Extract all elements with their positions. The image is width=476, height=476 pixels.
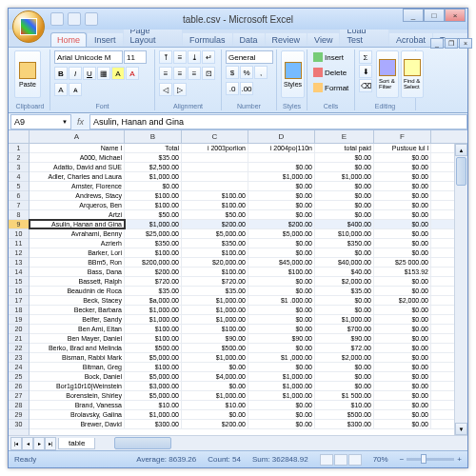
cell[interactable]: $5,000.00 — [125, 372, 182, 381]
cell[interactable]: Arqueros, Ben — [30, 201, 125, 209]
row-header[interactable]: 13 — [9, 258, 29, 268]
cell[interactable]: $0.00 — [248, 191, 315, 200]
row-header[interactable]: 21 — [9, 334, 29, 344]
cell[interactable]: $0.00 — [374, 210, 431, 219]
cell[interactable] — [182, 182, 248, 190]
cell[interactable]: $20,000.00 — [182, 258, 248, 267]
row-header[interactable]: 9 — [9, 220, 29, 229]
cell[interactable]: $100.00 — [125, 334, 182, 343]
cell[interactable]: $45,000.00 — [248, 258, 315, 267]
cell[interactable]: Brolavsky, Galina — [30, 410, 125, 419]
zoom-level[interactable]: 70% — [373, 455, 388, 464]
cell[interactable]: $2,000.00 — [315, 277, 374, 286]
cell[interactable]: $0.00 — [315, 210, 374, 219]
clear-button[interactable]: ⌫ — [359, 79, 372, 92]
cell[interactable]: $2,000.00 — [374, 296, 431, 305]
cell[interactable]: Avrahami, Benny — [30, 229, 125, 238]
cell[interactable]: $0.00 — [374, 239, 431, 248]
row-header[interactable]: 28 — [9, 401, 29, 410]
cell[interactable]: $0.00 — [315, 153, 374, 162]
cell[interactable]: Berko, Brad and Melinda — [30, 344, 125, 352]
row-header[interactable]: 15 — [9, 277, 29, 287]
cell[interactable]: $90.00 — [182, 334, 248, 343]
cell[interactable]: $1,000.00 — [182, 353, 248, 362]
cell[interactable]: $300.00 — [125, 420, 182, 428]
cell[interactable]: $1,000.00 — [315, 315, 374, 324]
row-header[interactable]: 23 — [9, 353, 29, 363]
cell[interactable]: $0.00 — [248, 401, 315, 409]
cell[interactable]: $90.00 — [248, 334, 315, 343]
cell[interactable]: $0.00 — [248, 363, 315, 371]
cell[interactable]: $153.92 — [374, 268, 431, 276]
cell[interactable]: $25 000.00 — [374, 258, 431, 267]
cell[interactable]: Barker, Lori — [30, 248, 125, 257]
cell[interactable]: Bitman, Greg — [30, 363, 125, 371]
office-button[interactable] — [12, 10, 45, 43]
cell[interactable]: Brewer, David — [30, 420, 125, 428]
cell[interactable]: $0.00 — [248, 239, 315, 248]
last-sheet-button[interactable]: ▸| — [45, 437, 56, 450]
cells-area[interactable]: Name lTotali 2003porlioni 2004po|110ntot… — [30, 144, 454, 435]
cell[interactable]: $1,000.00 — [125, 306, 182, 314]
zoom-track[interactable] — [407, 458, 454, 461]
cell[interactable] — [182, 163, 248, 171]
cell[interactable]: $0.00 — [125, 182, 182, 190]
cell[interactable]: $0.00 — [315, 296, 374, 305]
header-cell[interactable]: Pustoue lul l — [374, 144, 431, 152]
cell[interactable]: $0.00 — [374, 315, 431, 324]
cell[interactable]: $0.00 — [374, 172, 431, 181]
cell[interactable]: $0.00 — [374, 287, 431, 295]
cell[interactable]: $4,000.00 — [182, 372, 248, 381]
cell[interactable]: $1,000.00 — [125, 220, 182, 228]
cell[interactable]: Andrews, Stacy — [30, 191, 125, 200]
cell[interactable]: $200,000.00 — [125, 258, 182, 267]
cell[interactable]: Bassett, Ralph — [30, 277, 125, 286]
cell[interactable]: $10.00 — [182, 401, 248, 409]
next-sheet-button[interactable]: ▸ — [33, 437, 45, 450]
cell[interactable]: $0.00 — [374, 372, 431, 381]
cell[interactable]: $2,500.00 — [125, 163, 182, 171]
cell[interactable]: $200.00 — [248, 220, 315, 228]
column-header[interactable]: A — [30, 130, 125, 143]
row-header[interactable]: 30 — [9, 420, 29, 429]
cell[interactable]: $0.00 — [315, 201, 374, 209]
decrease-decimal-button[interactable]: .00 — [240, 82, 253, 95]
cell[interactable]: $1,000.00 — [182, 306, 248, 314]
name-box[interactable]: A9▼ — [10, 114, 71, 129]
autosum-button[interactable]: Σ — [359, 50, 372, 64]
number-format-select[interactable]: General — [226, 50, 273, 64]
cell[interactable]: $5,000.00 — [125, 391, 182, 400]
cell[interactable]: $5,000.00 — [248, 229, 315, 238]
normal-view-button[interactable] — [320, 454, 333, 466]
cell[interactable]: $0.00 — [374, 229, 431, 238]
cell[interactable]: Brand, Vanessa — [30, 401, 125, 409]
cell[interactable]: $1,000.00 — [125, 172, 182, 181]
doc-restore-button[interactable]: ❐ — [445, 38, 458, 49]
cell[interactable]: $100.00 — [182, 201, 248, 209]
doc-close-button[interactable]: × — [459, 38, 472, 49]
cell[interactable]: Adatto, David and SUE — [30, 163, 125, 171]
styles-button[interactable]: Styles — [281, 50, 305, 98]
hscroll-thumb[interactable] — [114, 437, 171, 449]
row-header[interactable]: 1 — [9, 144, 29, 153]
cell[interactable]: $1,000.00 — [182, 315, 248, 324]
cell[interactable]: $0.00 — [374, 277, 431, 286]
cell[interactable]: $100.00 — [125, 201, 182, 209]
align-top-button[interactable]: ⤒ — [159, 50, 172, 64]
format-cells-button[interactable]: Format — [311, 81, 350, 94]
cell[interactable]: Adler, Charles and Laura — [30, 172, 125, 181]
cell[interactable]: $400.00 — [315, 220, 374, 228]
increase-decimal-button[interactable]: .0 — [226, 82, 239, 95]
cell[interactable]: $90.00 — [315, 334, 374, 343]
header-cell[interactable]: Name l — [30, 144, 125, 152]
cell[interactable]: $0.00 — [374, 420, 431, 428]
cell[interactable]: $0.00 — [374, 191, 431, 200]
currency-button[interactable]: $ — [226, 66, 239, 79]
cell[interactable]: $0.00 — [182, 410, 248, 419]
cell[interactable]: $0.00 — [374, 363, 431, 371]
row-header[interactable]: 24 — [9, 363, 29, 372]
row-header[interactable]: 19 — [9, 315, 29, 325]
cell[interactable]: $5,000.00 — [125, 353, 182, 362]
delete-cells-button[interactable]: Delete — [311, 66, 348, 79]
cell[interactable]: $300.00 — [315, 420, 374, 428]
